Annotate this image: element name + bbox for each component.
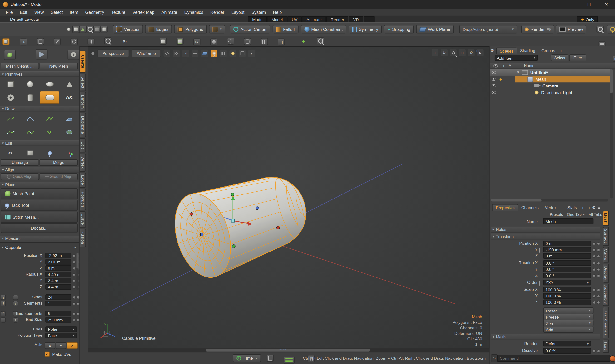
tree-row-mesh[interactable]: + Mesh	[490, 76, 610, 82]
kits-button[interactable]: Kits	[607, 25, 615, 34]
zero-button[interactable]: Zero▾	[543, 320, 593, 326]
polygon-type-dropdown[interactable]: Face▾	[45, 333, 77, 338]
radial-tool-icon[interactable]	[227, 38, 234, 45]
viewport-hscrollbar[interactable]: ⋯⋯	[88, 349, 489, 352]
ground-align-button[interactable]: Ground Align	[40, 173, 78, 180]
freeze-button[interactable]: Freeze▾	[543, 314, 593, 320]
view-menu-dot-icon[interactable]	[91, 52, 94, 55]
time-button[interactable]: Time ▾	[233, 354, 261, 362]
tab-groups[interactable]: Groups	[538, 47, 558, 53]
minimize-button[interactable]: –	[563, 0, 580, 9]
draw-curve-tool[interactable]	[1, 112, 20, 125]
action-center-button[interactable]: Action Center	[230, 25, 270, 34]
pop-out-icon[interactable]: □	[474, 47, 481, 54]
layout-tab-modo[interactable]: Modo	[248, 16, 267, 23]
move-tool-icon[interactable]: +	[20, 39, 27, 46]
primitive-sphere[interactable]	[20, 78, 40, 90]
tab-create[interactable]: Create	[80, 51, 86, 73]
plus-column[interactable]: +	[501, 64, 507, 68]
mesh-cleanup-button[interactable]: Mesh Cleanu ...	[1, 63, 39, 69]
notes-header[interactable]: ▸ Notes	[491, 227, 601, 233]
item-rotation-x-field[interactable]: 0.0 °	[543, 260, 591, 266]
caret-down-icon[interactable]: ▾	[2, 246, 3, 249]
viewport-3d[interactable]: ⋯⋯⋯	[88, 46, 489, 349]
mini-dial-icon[interactable]	[76, 302, 80, 305]
terrain-icon[interactable]	[79, 26, 86, 33]
actor-icon[interactable]	[211, 50, 217, 57]
refresh-icon[interactable]: ↻	[121, 38, 128, 45]
layout-tab-uv[interactable]: UV	[287, 16, 302, 23]
orbit-icon[interactable]: ↻	[441, 50, 448, 56]
tab-add[interactable]: +	[558, 47, 564, 53]
unmerge-button[interactable]: Unmerge	[1, 159, 39, 166]
list-mode-icon[interactable]: ≡	[582, 38, 589, 45]
shading-dropdown[interactable]: Wireframe	[132, 50, 161, 57]
falloff-button[interactable]: Falloff	[272, 25, 298, 34]
primitive-capsule[interactable]	[40, 91, 59, 104]
order-dropdown[interactable]: ZXY▾	[543, 280, 591, 285]
props-menu-icon[interactable]: ≡	[596, 204, 602, 211]
command-input[interactable]	[497, 355, 610, 362]
tab-properties[interactable]: Properties	[492, 204, 518, 211]
measure-header[interactable]: ▾ Measure	[0, 236, 79, 241]
primitive-cone[interactable]	[60, 78, 79, 90]
item-position-x-field[interactable]: 0 m	[543, 241, 591, 246]
collapse-all-icon[interactable]: ▤	[613, 56, 615, 62]
layout-tab-add[interactable]: +	[363, 16, 374, 23]
visibility-column-icon[interactable]	[494, 64, 498, 67]
add-item-dropdown[interactable]: Add Item▾	[495, 55, 538, 61]
tab-props-add[interactable]: +	[580, 204, 586, 210]
tab-polygon[interactable]: Polygon	[80, 189, 86, 210]
mini-dial-icon[interactable]	[76, 296, 80, 299]
primitive-text[interactable]: A&	[60, 91, 79, 104]
tab-deform[interactable]: Deform	[80, 92, 86, 112]
ends-dropdown[interactable]: Polar▾	[45, 326, 77, 332]
name-column[interactable]: Name	[524, 64, 535, 68]
mini-dial-icon[interactable]	[593, 350, 596, 353]
mini-dial-icon[interactable]	[73, 267, 76, 270]
scissors-tool[interactable]: ✂	[1, 147, 20, 159]
place-header[interactable]: ▾ Place	[0, 182, 79, 187]
mini-dial-icon[interactable]	[73, 319, 76, 322]
mini-dial-icon[interactable]	[73, 302, 76, 305]
menu-render[interactable]: Render	[207, 9, 228, 16]
edit-flag-icon[interactable]: +	[499, 77, 502, 81]
radius-x-field[interactable]: 4.49 m	[45, 272, 71, 277]
item-scale-y-field[interactable]: 100.0 %	[543, 293, 591, 299]
axis-y-button[interactable]: Y	[56, 342, 66, 349]
menu-select[interactable]: Select	[47, 9, 66, 16]
mini-dial-icon[interactable]	[73, 312, 76, 315]
draw-bezier-tool[interactable]	[1, 126, 20, 138]
vertices-mode-button[interactable]: Vertices	[113, 25, 143, 34]
tab-vertex[interactable]: Vertex	[80, 154, 86, 172]
preview-button[interactable]: Preview	[556, 25, 587, 34]
crop-tool-icon[interactable]	[37, 38, 44, 45]
one-tab-dropdown[interactable]: One Tab▾	[567, 213, 585, 217]
close-button[interactable]: ✕	[598, 0, 615, 9]
edges-mode-button[interactable]: Edges	[145, 25, 172, 34]
tool-preset-caret-icon[interactable]: ▾	[74, 246, 76, 249]
primitive-torus[interactable]	[1, 91, 20, 104]
layout-tab-vr[interactable]: VR	[349, 16, 363, 23]
draw-loop-tool[interactable]	[40, 126, 59, 138]
sculpt-tools-icon[interactable]	[4, 50, 15, 60]
mirror-icon[interactable]	[220, 50, 227, 57]
mini-dial-icon[interactable]	[597, 248, 600, 252]
mini-dial-icon[interactable]	[593, 255, 596, 258]
add-plus-icon[interactable]: +	[300, 38, 307, 45]
item-scale-z-field[interactable]: 100.0 %	[543, 299, 591, 305]
primitive-cube-icon[interactable]	[160, 38, 167, 45]
a-column[interactable]: A	[507, 64, 513, 68]
layouts-up-icon[interactable]: ↑	[2, 16, 8, 22]
snapping-button[interactable]: + Snapping	[384, 25, 414, 34]
pawn-icon[interactable]	[65, 26, 72, 33]
mini-dial-icon[interactable]	[597, 274, 600, 277]
menu-dynamics[interactable]: Dynamics	[181, 9, 207, 16]
align-header[interactable]: ▾ Align	[0, 167, 79, 172]
render-button[interactable]: Render F9	[521, 25, 554, 34]
zoom-icon[interactable]	[450, 50, 456, 56]
expand-triangle-icon[interactable]: ▼	[517, 71, 520, 74]
tab-vertex[interactable]: Vertex ...	[542, 204, 564, 210]
mini-dial-icon[interactable]	[597, 268, 600, 271]
vertex-paint-tool[interactable]	[60, 147, 79, 159]
